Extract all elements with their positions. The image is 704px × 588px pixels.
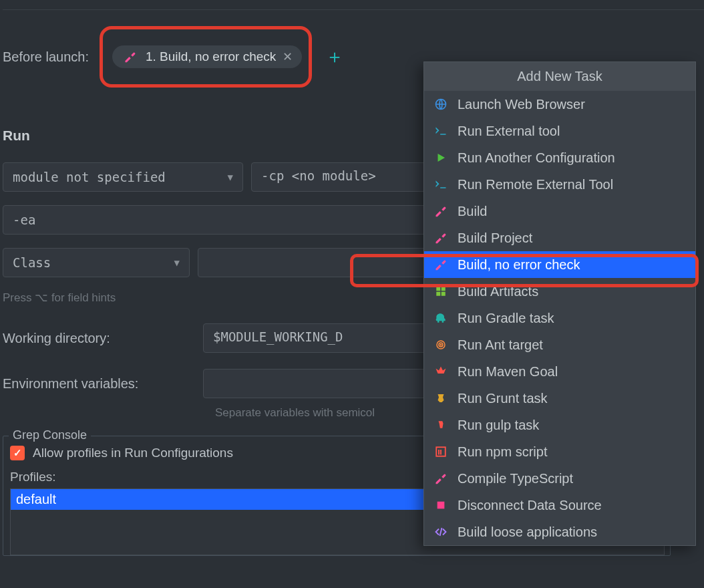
npm-icon	[432, 446, 450, 458]
task-item-label: Run Grunt task	[458, 391, 548, 406]
module-select[interactable]: module not specified ▼	[3, 162, 243, 192]
elephant-icon	[432, 311, 450, 325]
task-item-label: Build Artifacts	[458, 284, 538, 299]
chevron-down-icon: ▼	[174, 257, 180, 268]
add-task-button[interactable]: ＋	[325, 44, 344, 69]
play-icon	[432, 152, 450, 164]
task-item-run-maven-goal[interactable]: Run Maven Goal	[424, 358, 695, 385]
task-item-label: Run External tool	[458, 124, 560, 139]
highlight-before-launch: 1. Build, no error check ✕	[100, 26, 312, 88]
globe-icon	[432, 98, 450, 111]
task-item-build-artifacts[interactable]: Build Artifacts	[424, 278, 695, 305]
task-item-run-external-tool[interactable]: Run External tool	[424, 118, 695, 144]
task-item-label: Launch Web Browser	[458, 97, 585, 112]
task-item-label: Run npm script	[458, 444, 548, 460]
task-item-run-ant-target[interactable]: Run Ant target	[424, 331, 695, 358]
popup-title: Add New Task	[424, 62, 695, 91]
close-icon[interactable]: ✕	[283, 49, 293, 64]
task-item-label: Compile TypeScript	[458, 471, 573, 486]
task-item-compile-typescript[interactable]: Compile TypeScript	[424, 465, 695, 492]
task-item-label: Build, no error check	[458, 257, 580, 273]
task-item-run-gulp-task[interactable]: Run gulp task	[424, 412, 695, 438]
allow-profiles-label: Allow profiles in Run Configurations	[33, 446, 233, 460]
cup-icon	[432, 418, 450, 432]
task-item-label: Run Gradle task	[458, 311, 554, 326]
task-item-run-another-configuration[interactable]: Run Another Configuration	[424, 144, 695, 171]
working-directory-label: Working directory:	[3, 331, 156, 346]
hammer-icon	[432, 472, 450, 484]
working-directory-value: $MODULE_WORKING_D	[213, 329, 343, 344]
class-kind-value: Class	[13, 255, 51, 270]
class-kind-select[interactable]: Class ▼	[3, 248, 190, 277]
task-item-launch-web-browser[interactable]: Launch Web Browser	[424, 91, 695, 118]
task-item-run-npm-script[interactable]: Run npm script	[424, 438, 695, 465]
svg-rect-1	[436, 287, 440, 291]
task-item-label: Run Maven Goal	[458, 364, 558, 380]
task-chip-label: 1. Build, no error check	[146, 49, 276, 64]
task-item-run-remote-external-tool[interactable]: Run Remote External Tool	[424, 171, 695, 198]
task-item-label: Run Ant target	[458, 337, 543, 353]
square-icon	[432, 500, 450, 510]
task-item-build-loose-applications[interactable]: Build loose applications	[424, 519, 695, 545]
task-item-label: Build	[458, 204, 487, 219]
svg-rect-4	[442, 292, 446, 296]
target-icon	[432, 339, 450, 351]
before-launch-task-chip[interactable]: 1. Build, no error check ✕	[112, 45, 302, 68]
task-item-run-gradle-task[interactable]: Run Gradle task	[424, 305, 695, 331]
prompt-icon	[432, 178, 450, 191]
hammer-icon	[432, 232, 450, 244]
before-launch-label: Before launch:	[3, 49, 89, 65]
hammer-icon	[432, 205, 450, 217]
task-item-label: Run Remote External Tool	[458, 177, 613, 192]
task-item-label: Disconnect Data Source	[458, 498, 602, 513]
task-item-label: Run Another Configuration	[458, 150, 615, 166]
prompt-icon	[432, 124, 450, 138]
task-list: Launch Web BrowserRun External toolRun A…	[424, 91, 695, 545]
chevron-down-icon: ▼	[228, 172, 233, 182]
vm-options-value: -ea	[13, 212, 35, 227]
code-icon	[432, 526, 450, 538]
add-new-task-popup: Add New Task Launch Web BrowserRun Exter…	[423, 61, 696, 546]
check-icon	[432, 365, 450, 378]
task-item-build-project[interactable]: Build Project	[424, 225, 695, 251]
hammer-icon	[432, 259, 450, 271]
module-select-value: module not specified	[13, 170, 166, 184]
svg-point-7	[440, 344, 442, 345]
task-item-run-grunt-task[interactable]: Run Grunt task	[424, 385, 695, 412]
allow-profiles-checkbox[interactable]: ✓	[10, 446, 25, 460]
svg-rect-9	[437, 502, 445, 509]
task-item-label: Build loose applications	[458, 525, 597, 540]
hammer-icon	[122, 51, 139, 63]
squares-icon	[432, 285, 450, 297]
grep-console-legend: Grep Console	[9, 428, 91, 442]
task-item-build-no-error-check[interactable]: Build, no error check	[424, 251, 695, 278]
task-item-label: Build Project	[458, 231, 532, 246]
svg-rect-2	[442, 287, 446, 291]
classpath-value: -cp <no module>	[261, 168, 376, 183]
env-vars-label: Environment variables:	[3, 376, 156, 392]
task-item-label: Run gulp task	[458, 418, 539, 433]
task-item-disconnect-data-source[interactable]: Disconnect Data Source	[424, 492, 695, 519]
task-item-build[interactable]: Build	[424, 198, 695, 225]
grunt-icon	[432, 392, 450, 404]
svg-rect-3	[436, 292, 440, 296]
